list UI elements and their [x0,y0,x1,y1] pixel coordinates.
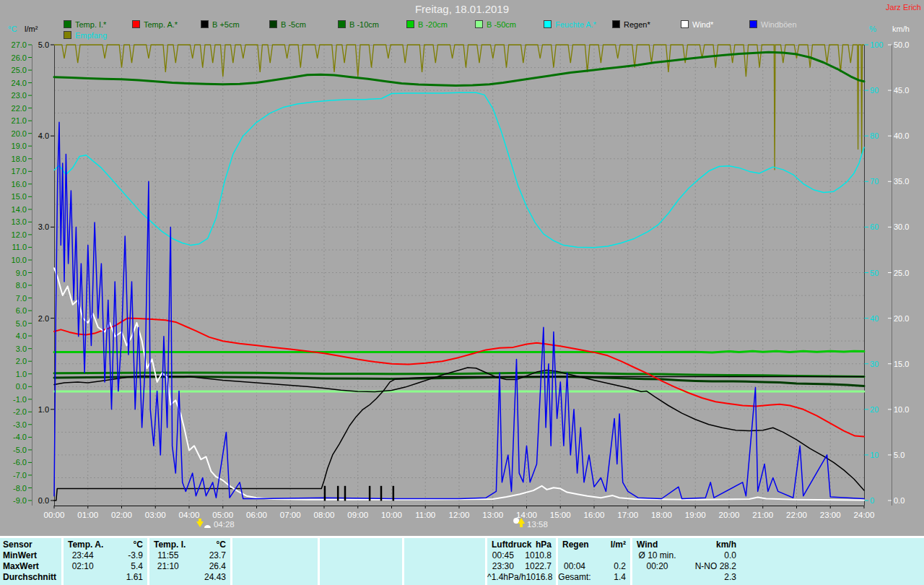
axis-ticks-temp: 27.026.025.024.023.022.021.020.019.018.0… [12,40,32,505]
stats-value-row [320,550,402,561]
stats-group-name: Temp. A. [64,540,103,550]
stats-value [271,550,318,561]
svg-text:2.0: 2.0 [38,314,49,323]
stats-value-row: 24.43 [149,572,230,583]
stats-value-row: 1.61 [64,572,147,583]
stats-time [404,561,442,572]
svg-text:3.0: 3.0 [38,222,49,231]
stats-value [442,550,485,561]
svg-text:90: 90 [870,86,879,95]
svg-text:100: 100 [870,40,883,49]
series-feuchte [54,92,864,247]
svg-text:1.0: 1.0 [16,370,27,378]
stats-time: Ø 10 min. [632,550,682,561]
svg-text:-5.0: -5.0 [13,446,27,454]
stats-value [442,561,485,572]
stats-value [357,550,402,561]
stats-value-row: 11:5523.7 [149,550,230,561]
svg-text:30.0: 30.0 [894,222,909,231]
svg-text:26.0: 26.0 [12,53,27,62]
stats-value-row: 00:040.2 [558,561,630,572]
svg-text:27.0: 27.0 [12,40,27,49]
stats-value: 1010.8 [519,550,556,561]
svg-text:22.0: 22.0 [12,104,27,113]
stats-row-headers: SensorMinWertMaxWertDurchschnitt [0,538,61,585]
svg-text:17.0: 17.0 [12,167,27,176]
svg-text:-1.0: -1.0 [13,395,27,404]
stats-value: 1.61 [102,572,147,583]
svg-text:15.0: 15.0 [12,192,27,201]
stats-group-name: Regen [558,540,589,550]
svg-text:09:00: 09:00 [347,511,368,519]
stats-time [320,572,357,583]
svg-text:20: 20 [870,405,879,414]
svg-text:-9.0: -9.0 [13,496,27,505]
time-axis: 00:0001:0002:0003:0004:0005:0006:0007:00… [44,506,875,519]
axis-ticks-hum: 1009080706050403020100 [865,40,884,505]
svg-text:04:28: 04:28 [214,520,235,529]
stats-value [591,550,630,561]
svg-text:35.0: 35.0 [894,177,909,186]
svg-text:50: 50 [870,269,879,277]
svg-text:-8.0: -8.0 [13,484,27,493]
stats-group-empty [232,538,318,585]
stats-row-header: MaxWert [0,561,61,572]
svg-text:20:00: 20:00 [719,511,740,519]
svg-text:7.0: 7.0 [16,294,27,303]
stats-value [271,572,318,583]
svg-text:-3.0: -3.0 [13,420,27,429]
stats-time: 23:44 [64,550,102,561]
svg-text:07:00: 07:00 [280,511,301,519]
stats-group-unit: °C [134,540,147,550]
svg-text:17:00: 17:00 [617,511,638,519]
svg-text:2.0: 2.0 [16,357,27,365]
stats-group-temp-a-: Temp. A.°C23:44-3.902:105.41.61 [64,538,147,585]
svg-text:0.0: 0.0 [16,382,27,391]
stats-value-row: Ø 10 min.0.0 [632,550,741,561]
svg-text:0: 0 [870,496,874,505]
svg-text:3.0: 3.0 [16,344,27,353]
svg-text:12.0: 12.0 [12,230,27,239]
stats-value-row: 02:105.4 [64,561,147,572]
svg-text:20.0: 20.0 [894,314,909,323]
svg-text:4.0: 4.0 [38,131,49,140]
svg-text:80: 80 [870,131,879,140]
stats-group-unit [481,540,485,550]
series-b-m20 [54,351,864,352]
stats-value [271,561,318,572]
svg-text:16.0: 16.0 [12,180,27,188]
stats-group-luftdruck: LuftdruckhPa00:451010.823:301022.7^1.4hP… [487,538,556,585]
svg-text:19:00: 19:00 [685,511,706,519]
stats-row-header: Durchschnitt [0,572,61,583]
svg-text:60: 60 [870,222,879,231]
stats-value: N-NO 28.2 [682,561,741,572]
stats-value-row [232,550,318,561]
stats-group-wind: Windkm/hØ 10 min.0.000:20N-NO 28.22.3 [632,538,924,585]
stats-value-row [404,561,485,572]
stats-value-row: 21:1026.4 [149,561,230,572]
svg-text:06:00: 06:00 [246,511,267,519]
stats-value: 1.4 [591,572,630,583]
svg-text:-7.0: -7.0 [13,471,27,480]
stats-group-unit: l/m² [611,540,630,550]
svg-text:9.0: 9.0 [16,269,27,277]
stats-time: 00:45 [487,550,519,561]
svg-text:30: 30 [870,360,879,368]
stats-value-row: 23:301022.7 [487,561,556,572]
svg-text:10.0: 10.0 [12,256,27,264]
stats-row-header: MinWert [0,550,61,561]
svg-text:14.0: 14.0 [12,205,27,214]
stats-value [357,572,402,583]
stats-value [442,572,485,583]
svg-text:0.0: 0.0 [38,496,49,505]
stats-value-row [320,572,402,583]
svg-text:45.0: 45.0 [894,86,909,95]
stats-group-unit [313,540,318,550]
stats-time [64,572,102,583]
svg-text:40.0: 40.0 [894,131,909,140]
svg-text:01:00: 01:00 [77,511,98,519]
weather-station-chart-app: Freitag, 18.01.2019 Jarz Erich °C l/m² %… [0,0,924,585]
stats-time: 11:55 [149,550,187,561]
chart-plot-area: 27.026.025.024.023.022.021.020.019.018.0… [0,0,924,536]
stats-value-row: 00:20N-NO 28.2 [632,561,741,572]
